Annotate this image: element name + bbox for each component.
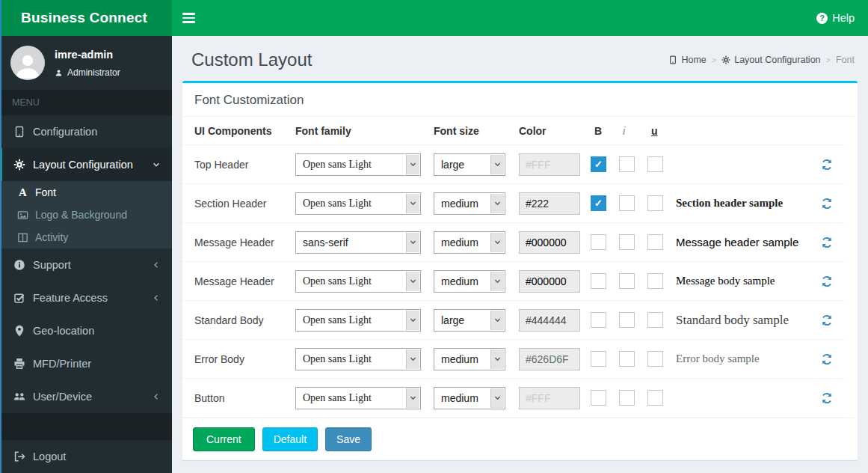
current-button[interactable]: Current [193, 427, 255, 451]
italic-checkbox[interactable] [619, 195, 635, 211]
underline-checkbox[interactable] [647, 156, 663, 172]
bold-checkbox[interactable] [591, 273, 606, 289]
font-size-select[interactable]: medium [434, 231, 505, 254]
sidebar-item-logout[interactable]: Logout [0, 440, 172, 473]
underline-checkbox[interactable] [647, 273, 663, 289]
refresh-icon [821, 353, 833, 365]
default-button[interactable]: Default [262, 427, 318, 451]
color-input[interactable] [519, 270, 580, 293]
main-area: ? Help Custom Layout Home > Layout Confi… [172, 0, 868, 473]
select-chevron-icon [490, 194, 504, 213]
sidebar-toggle-button[interactable] [182, 13, 195, 23]
font-size-select[interactable]: medium [434, 387, 505, 409]
info-circle-icon [13, 259, 25, 271]
italic-checkbox[interactable] [619, 351, 635, 367]
color-input[interactable] [519, 309, 580, 332]
italic-checkbox[interactable] [619, 156, 635, 172]
underline-checkbox[interactable] [647, 195, 663, 211]
header-font-family: Font family [295, 125, 434, 137]
italic-checkbox[interactable] [619, 390, 635, 406]
bold-checkbox[interactable] [591, 390, 606, 406]
sidebar-item-support[interactable]: Support [0, 248, 172, 281]
help-button[interactable]: ? Help [816, 12, 855, 24]
row-refresh-button[interactable] [819, 351, 835, 367]
sidebar-item-user-device[interactable]: User/Device [0, 380, 172, 413]
select-chevron-icon [490, 311, 504, 330]
bold-checkbox[interactable] [591, 234, 606, 250]
sample-text: Standard body sample [676, 313, 819, 328]
select-chevron-icon [406, 155, 419, 174]
row-refresh-button[interactable] [819, 195, 835, 212]
color-input[interactable] [519, 153, 580, 176]
row-refresh-button[interactable] [819, 312, 835, 329]
underline-checkbox[interactable] [647, 234, 663, 250]
bold-checkbox[interactable] [591, 351, 606, 367]
font-size-select[interactable]: medium [434, 348, 505, 370]
breadcrumb-home[interactable]: Home [668, 55, 706, 65]
row-refresh-button[interactable] [819, 156, 835, 173]
row-refresh-button[interactable] [819, 234, 835, 251]
header-color: Color [519, 125, 591, 137]
sidebar-subitem-logo-background[interactable]: Logo & Background [0, 204, 172, 226]
color-input[interactable] [519, 348, 580, 370]
component-label: Standard Body [194, 314, 295, 326]
panel-footer: Current Default Save [182, 418, 858, 460]
font-size-select[interactable]: large [434, 309, 505, 332]
sample-text: Section header sample [676, 197, 819, 210]
row-refresh-button[interactable] [819, 390, 835, 406]
sidebar-item-geo-location[interactable]: Geo-location [0, 314, 172, 347]
select-chevron-icon [490, 272, 504, 291]
font-family-select[interactable]: Open sans Light [295, 153, 421, 176]
color-input[interactable] [519, 387, 580, 409]
component-label: Button [194, 392, 295, 404]
row-refresh-button[interactable] [819, 273, 835, 290]
sample-text: Message header sample [676, 236, 819, 248]
font-size-select[interactable]: medium [434, 270, 505, 293]
sidebar-item-mfd-printer[interactable]: MFD/Printer [0, 347, 172, 380]
font-size-select[interactable]: medium [434, 192, 505, 215]
italic-checkbox[interactable] [619, 273, 635, 289]
font-family-select[interactable]: Open sans Light [295, 387, 421, 409]
sidebar-divider [0, 413, 172, 440]
brand-logo[interactable]: Business Connect [0, 0, 172, 36]
font-family-select[interactable]: Open sans Light [295, 192, 421, 215]
table-row: Button Open sans Light medium [182, 379, 846, 418]
sidebar-item-layout-configuration[interactable]: Layout Configuration [0, 148, 172, 181]
user-name: imre-admin [55, 49, 120, 61]
sidebar-subitem-font[interactable]: A Font [0, 181, 172, 204]
underline-checkbox[interactable] [647, 312, 663, 328]
content: Custom Layout Home > Layout Configuratio… [172, 36, 868, 460]
color-input[interactable] [519, 231, 580, 254]
sidebar-item-configuration[interactable]: Configuration [0, 115, 172, 148]
sidebar-subitem-activity[interactable]: Activity [0, 226, 172, 248]
bold-checkbox[interactable] [591, 156, 606, 172]
breadcrumb-separator: > [826, 55, 831, 64]
breadcrumb-layout-configuration[interactable]: Layout Configuration [721, 55, 820, 65]
bold-checkbox[interactable] [591, 312, 606, 328]
header-underline: u [647, 125, 676, 137]
user-role: Administrator [55, 67, 120, 78]
font-family-select[interactable]: Open sans Light [295, 309, 421, 332]
bold-checkbox[interactable] [591, 195, 606, 211]
gear-icon [721, 55, 730, 64]
component-label: Top Header [194, 159, 295, 171]
save-button[interactable]: Save [325, 427, 372, 451]
panel-title: Font Customization [182, 83, 858, 117]
component-label: Error Body [194, 353, 295, 365]
italic-checkbox[interactable] [619, 234, 635, 250]
header-font-size: Font size [434, 125, 519, 137]
italic-checkbox[interactable] [619, 312, 635, 328]
font-family-select[interactable]: Open sans Light [295, 348, 421, 370]
font-family-select[interactable]: sans-serif [295, 231, 421, 254]
sidebar-item-feature-access[interactable]: Feature Access [0, 281, 172, 314]
tablet-icon [13, 126, 25, 138]
font-family-select[interactable]: Open sans Light [295, 270, 421, 293]
select-chevron-icon [490, 388, 504, 408]
color-input[interactable] [519, 192, 580, 215]
select-chevron-icon [406, 194, 419, 213]
underline-checkbox[interactable] [647, 390, 663, 406]
underline-checkbox[interactable] [647, 351, 663, 367]
users-icon [13, 391, 25, 403]
font-size-select[interactable]: large [434, 153, 505, 176]
menu-header: MENU [0, 90, 172, 115]
